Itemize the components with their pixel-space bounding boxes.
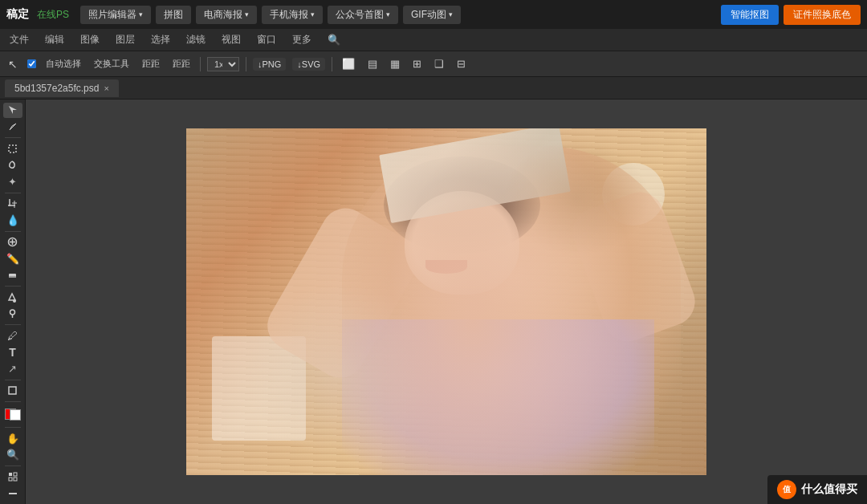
switch-tool-label[interactable]: 交换工具: [91, 56, 132, 71]
tool-extra-2[interactable]: [3, 486, 22, 502]
tool-zoom[interactable]: 🔍: [3, 448, 22, 463]
left-toolbar: ✦ 💧 ✏️ 🖊 T ↗: [0, 100, 26, 504]
tool-separator-7: [5, 401, 21, 402]
svg-point-10: [10, 310, 15, 315]
tool-shape[interactable]: [3, 383, 22, 398]
menu-photo-editor[interactable]: 照片编辑器 ▾: [80, 6, 151, 24]
menu-window[interactable]: 窗口: [254, 31, 279, 48]
menu-gif[interactable]: GIF动图 ▾: [403, 6, 461, 24]
tool-separator-4: [5, 286, 21, 287]
tool-eyedropper[interactable]: 💧: [3, 213, 22, 228]
tool-hand[interactable]: ✋: [3, 431, 22, 446]
menu-edit[interactable]: 编辑: [42, 31, 67, 48]
menu-wechat-cover[interactable]: 公众号首图 ▾: [328, 6, 398, 24]
zoom-select[interactable]: 1x 2x 0.5x: [207, 57, 239, 71]
chevron-down-icon: ▾: [245, 10, 249, 18]
chevron-down-icon: ▾: [449, 10, 453, 18]
id-photo-button[interactable]: 证件照换底色: [784, 5, 861, 25]
tool-marquee[interactable]: [3, 141, 22, 156]
transform-icon[interactable]: ⊟: [454, 56, 469, 71]
chevron-down-icon: ▾: [386, 10, 390, 18]
watermark-logo: 值: [777, 480, 796, 499]
menu-bar: 文件 编辑 图像 图层 选择 滤镜 视图 窗口 更多 🔍: [0, 29, 867, 51]
tool-separator-3: [5, 231, 21, 232]
menu-filter[interactable]: 滤镜: [183, 31, 209, 48]
tool-lasso[interactable]: [3, 158, 22, 173]
tool-magic-wand[interactable]: ✦: [3, 174, 22, 189]
chevron-down-icon: ▾: [139, 10, 143, 18]
menu-ecommerce[interactable]: 电商海报 ▾: [196, 6, 257, 24]
tool-select-arrow[interactable]: [3, 120, 22, 135]
tool-separator-8: [5, 427, 21, 428]
photo-lighting-overlay: [186, 128, 706, 475]
menu-select[interactable]: 选择: [148, 31, 173, 48]
toolbar-separator-2: [246, 57, 246, 71]
watermark-text: 什么值得买: [801, 482, 857, 497]
svg-rect-17: [9, 493, 17, 494]
svg-rect-0: [9, 145, 16, 152]
tool-brush[interactable]: ✏️: [3, 251, 22, 266]
chevron-down-icon: ▾: [311, 10, 315, 18]
tab-close-button[interactable]: ×: [104, 83, 108, 93]
tool-separator-2: [5, 193, 21, 193]
canvas-area[interactable]: 值 什么值得买: [26, 100, 867, 504]
toolbar-separator-3: [332, 57, 332, 71]
menu-mobile-poster[interactable]: 手机海报 ▾: [262, 6, 323, 24]
main-area: ✦ 💧 ✏️ 🖊 T ↗: [0, 100, 867, 504]
tool-dodge[interactable]: [3, 306, 22, 321]
tool-extra-1[interactable]: [3, 469, 22, 485]
toolbar-separator: [200, 57, 201, 71]
menu-view[interactable]: 视图: [218, 31, 244, 48]
export-png-button[interactable]: ↓PNG: [253, 58, 286, 71]
distance-text: 距距: [169, 56, 193, 71]
tool-pen[interactable]: 🖊: [3, 328, 22, 343]
app-status: 在线PS: [37, 8, 69, 22]
svg-rect-9: [9, 276, 16, 278]
tool-eraser[interactable]: [3, 268, 22, 283]
app-logo: 稿定: [6, 7, 29, 22]
tool-separator-9: [5, 465, 21, 466]
svg-rect-13: [9, 473, 12, 476]
background-color[interactable]: [10, 409, 21, 421]
tool-fill[interactable]: [3, 290, 22, 305]
auto-select-checkbox[interactable]: [27, 59, 36, 68]
tool-separator-6: [5, 380, 21, 380]
align-center-icon[interactable]: ▤: [364, 56, 381, 71]
menu-image[interactable]: 图像: [77, 31, 103, 48]
menu-more[interactable]: 更多: [289, 31, 315, 48]
distribute-icon[interactable]: ▦: [387, 56, 403, 71]
tab-bar: 5bd1357e2a5fc.psd ×: [0, 77, 867, 100]
tool-text[interactable]: T: [3, 344, 22, 360]
top-bar: 稿定 在线PS 照片编辑器 ▾ 拼图 电商海报 ▾ 手机海报 ▾ 公众号首图 ▾…: [0, 0, 867, 29]
svg-rect-15: [9, 478, 12, 481]
tool-separator-5: [5, 324, 21, 325]
tool-separator-1: [5, 137, 21, 138]
tool-heal[interactable]: [3, 234, 22, 250]
svg-rect-14: [14, 473, 17, 476]
tool-move[interactable]: [3, 103, 22, 118]
distance-label: 距距: [139, 56, 163, 71]
auto-select-label: 自动选择: [43, 56, 84, 71]
menu-layer[interactable]: 图层: [112, 31, 138, 48]
svg-rect-12: [9, 387, 16, 394]
tool-path-select[interactable]: ↗: [3, 361, 22, 376]
align-left-icon[interactable]: ⬜: [339, 56, 358, 71]
canvas-image: [186, 128, 706, 475]
menu-collage[interactable]: 拼图: [156, 6, 191, 24]
options-toolbar: ↖ 自动选择 交换工具 距距 距距 1x 2x 0.5x ↓PNG ↓SVG ⬜…: [0, 51, 867, 77]
export-svg-button[interactable]: ↓SVG: [292, 58, 325, 71]
smart-cutout-button[interactable]: 智能抠图: [721, 5, 779, 25]
menu-file[interactable]: 文件: [6, 31, 32, 48]
watermark-bar: 值 什么值得买: [767, 475, 867, 504]
color-swatches[interactable]: [5, 408, 21, 421]
tool-crop[interactable]: [3, 196, 22, 211]
layer-icon[interactable]: ❑: [431, 56, 447, 71]
top-right-actions: 智能抠图 证件照换底色: [721, 5, 861, 25]
more-align-icon[interactable]: ⊞: [409, 56, 425, 71]
svg-rect-16: [14, 478, 17, 481]
tab-filename: 5bd1357e2a5fc.psd: [14, 83, 99, 94]
move-icon: ↖: [5, 56, 21, 72]
search-icon[interactable]: 🔍: [324, 32, 344, 47]
document-tab[interactable]: 5bd1357e2a5fc.psd ×: [5, 79, 119, 97]
